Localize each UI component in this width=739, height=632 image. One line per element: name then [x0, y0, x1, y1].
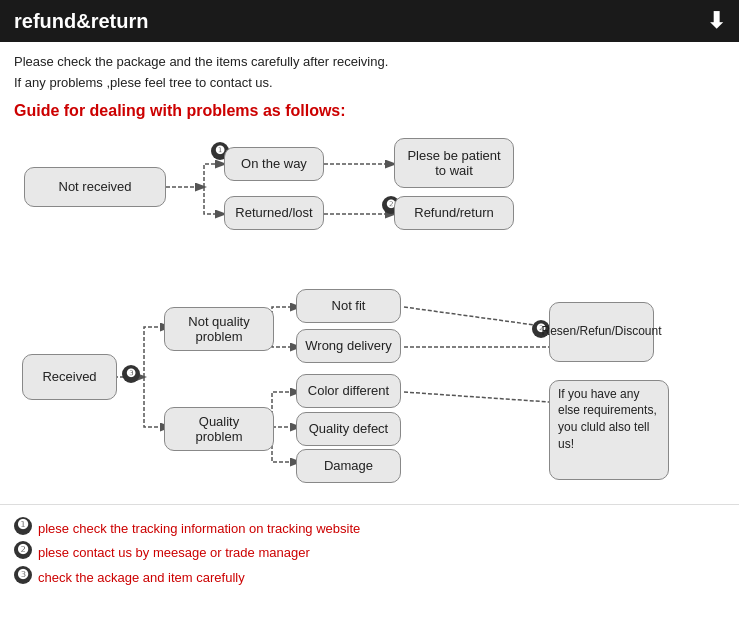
bottom-diagram: Received ❸ Not quality problem Quality p… [14, 272, 725, 492]
on-the-way-box: On the way [224, 147, 324, 181]
footer-notes: ❶ plese check the tracking information o… [0, 504, 739, 601]
svg-line-5 [404, 307, 549, 327]
header-title: refund&return [14, 10, 148, 33]
refund-return-box: Refund/return [394, 196, 514, 230]
download-icon: ⬇ [707, 8, 725, 34]
guide-title: Guide for dealing with problems as follo… [0, 98, 739, 126]
num3-circle: ❸ [122, 365, 140, 383]
top-diagram: Not received ❶ On the way Returned/lost … [14, 132, 725, 262]
intro-line1: Please check the package and the items c… [14, 52, 725, 73]
not-received-box: Not received [24, 167, 166, 207]
not-fit-box: Not fit [296, 289, 401, 323]
note3-icon: ❸ [14, 566, 32, 584]
received-box: Received [22, 354, 117, 400]
note-line-2: ❷ plese contact us by meesage or trade m… [14, 541, 725, 566]
plese-be-patient-box: Plese be patient to wait [394, 138, 514, 188]
note2-text: plese contact us by meesage or trade man… [38, 541, 310, 566]
color-different-box: Color different [296, 374, 401, 408]
intro-section: Please check the package and the items c… [0, 42, 739, 98]
note3-text: check the ackage and item carefully [38, 566, 245, 591]
diagram-area: Not received ❶ On the way Returned/lost … [0, 126, 739, 498]
not-quality-problem-box: Not quality problem [164, 307, 274, 351]
note-line-3: ❸ check the ackage and item carefully [14, 566, 725, 591]
else-req-box: If you have any else requirements, you c… [549, 380, 669, 480]
returned-lost-box: Returned/lost [224, 196, 324, 230]
note2-icon: ❷ [14, 541, 32, 559]
wrong-delivery-box: Wrong delivery [296, 329, 401, 363]
resen-box: Resen/Refun/Discount [549, 302, 654, 362]
intro-line2: If any problems ,plese feel tree to cont… [14, 73, 725, 94]
note-line-1: ❶ plese check the tracking information o… [14, 517, 725, 542]
damage-box: Damage [296, 449, 401, 483]
header-bar: refund&return ⬇ [0, 0, 739, 42]
quality-problem-box: Quality problem [164, 407, 274, 451]
note1-icon: ❶ [14, 517, 32, 535]
note1-text: plese check the tracking information on … [38, 517, 360, 542]
svg-line-7 [404, 392, 549, 402]
quality-defect-box: Quality defect [296, 412, 401, 446]
